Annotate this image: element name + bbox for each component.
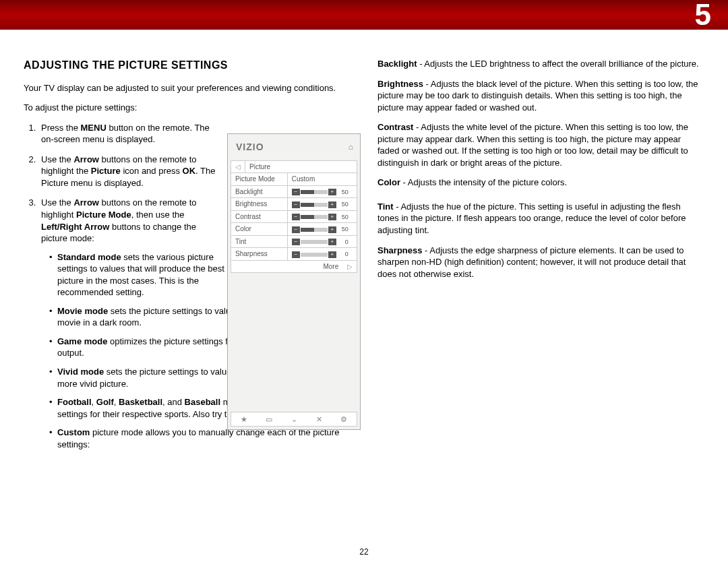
osd-title-row: ◁ Picture: [231, 160, 357, 173]
minus-icon: −: [292, 201, 300, 208]
plus-icon: +: [328, 214, 336, 220]
osd-row-value: Custom: [287, 173, 357, 186]
home-icon: ⌂: [348, 142, 353, 152]
osd-row: Tint−+0: [231, 235, 357, 248]
osd-more-label: More: [323, 263, 338, 270]
plus-icon: +: [328, 189, 336, 195]
back-icon: ◁: [231, 160, 245, 173]
plus-icon: +: [328, 226, 336, 233]
left-column: ADJUSTING THE PICTURE SETTINGS Your TV d…: [24, 58, 351, 458]
osd-row-label: Sharpness: [231, 248, 288, 261]
plus-icon: +: [328, 251, 336, 258]
minus-icon: −: [292, 226, 300, 233]
minus-icon: −: [292, 214, 300, 220]
osd-row-label: Tint: [231, 235, 288, 248]
osd-menu-table: ◁ Picture Picture ModeCustomBacklight−+5…: [231, 160, 357, 274]
chapter-number: 5: [695, 0, 711, 32]
osd-row: Contrast−+50: [231, 210, 357, 223]
lead-sentence: To adjust the picture settings:: [24, 102, 351, 114]
mode-standard: Standard mode sets the various picture s…: [49, 251, 228, 299]
osd-more-row: More ▷: [231, 260, 357, 273]
osd-row-value: −+50: [287, 198, 357, 211]
step-1: Press the MENU button on the remote. The…: [38, 122, 217, 146]
osd-row-value: −+50: [287, 223, 357, 236]
osd-row-value: −+50: [287, 210, 357, 223]
minus-icon: −: [292, 239, 300, 245]
osd-row-label: Color: [231, 223, 288, 236]
minus-icon: −: [292, 189, 300, 195]
osd-row: Backlight−+50: [231, 185, 357, 198]
osd-row: Color−+50: [231, 223, 357, 236]
osd-row: Picture ModeCustom: [231, 173, 357, 186]
mode-custom: Custom picture mode allows you to manual…: [49, 427, 351, 450]
osd-title: Picture: [245, 160, 357, 173]
def-color: Color - Adjusts the intensity of the pic…: [377, 177, 704, 189]
star-icon: ★: [241, 414, 247, 425]
osd-row: Brightness−+50: [231, 198, 357, 211]
minus-icon: −: [292, 251, 300, 258]
plus-icon: +: [328, 201, 336, 208]
intro-paragraph: Your TV display can be adjusted to suit …: [24, 82, 351, 94]
cc-icon: ⌄: [291, 414, 297, 425]
plus-icon: +: [328, 239, 336, 245]
gear-icon: ⚙: [340, 414, 347, 425]
osd-row-label: Picture Mode: [231, 173, 288, 186]
close-icon: ✕: [316, 414, 322, 425]
osd-row-value: −+0: [287, 235, 357, 248]
right-column: Backlight - Adjusts the LED brightness t…: [377, 58, 704, 458]
osd-logo: VIZIO: [236, 141, 264, 154]
osd-row-label: Contrast: [231, 210, 288, 223]
page-number: 22: [0, 547, 728, 557]
def-sharpness: Sharpness - Adjusts the edge sharpness o…: [377, 245, 704, 280]
chevron-right-icon: ▷: [347, 263, 353, 270]
wide-icon: ▭: [266, 414, 272, 425]
chapter-banner: 5: [0, 0, 728, 30]
osd-row-value: −+0: [287, 248, 357, 261]
step-2: Use the Arrow buttons on the remote to h…: [38, 154, 217, 189]
osd-row: Sharpness−+0: [231, 248, 357, 261]
osd-mockup: VIZIO ⌂ ◁ Picture Picture ModeCustomBack…: [227, 133, 361, 430]
def-backlight: Backlight - Adjusts the LED brightness t…: [377, 58, 704, 70]
osd-footer: ★ ▭ ⌄ ✕ ⚙: [231, 412, 357, 427]
def-tint: Tint - Adjusts the hue of the picture. T…: [377, 201, 704, 237]
section-heading: ADJUSTING THE PICTURE SETTINGS: [24, 58, 351, 73]
def-contrast: Contrast - Adjusts the white level of th…: [377, 121, 704, 168]
osd-row-label: Backlight: [231, 185, 288, 198]
osd-row-value: −+50: [287, 185, 357, 198]
def-brightness: Brightness - Adjusts the black level of …: [377, 78, 704, 114]
page-body: ADJUSTING THE PICTURE SETTINGS Your TV d…: [0, 30, 728, 562]
osd-row-label: Brightness: [231, 198, 288, 211]
